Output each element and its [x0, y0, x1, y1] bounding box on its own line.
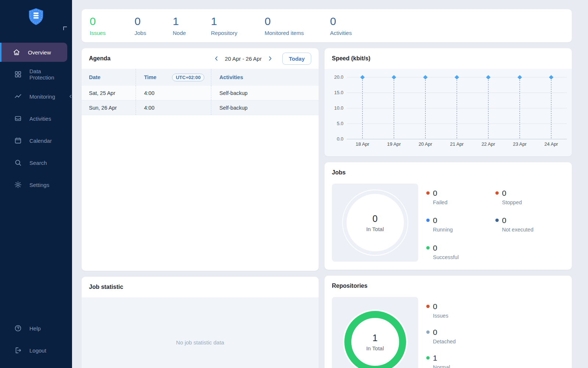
sidebar-footer-nav: Help Logout [0, 319, 72, 360]
shield-list-logo-icon [28, 7, 44, 26]
sidebar-collapse-icon[interactable] [63, 26, 67, 30]
stat-value: 1 [211, 15, 265, 27]
legend-label: Detached [433, 339, 456, 344]
agenda-table-header: Date Time UTC+02:00 Activities [82, 69, 319, 86]
stat-monitored-items[interactable]: 0 Monitored items [265, 15, 330, 36]
stat-node[interactable]: 1 Node [173, 15, 211, 36]
svg-text:20.0: 20.0 [334, 75, 343, 80]
jobs-title: Jobs [332, 169, 345, 176]
agenda-row-time: 4:00 [136, 86, 211, 100]
sidebar-item-help[interactable]: Help [0, 319, 67, 338]
agenda-row: Sat, 25 Apr 4:00 Self-backup [82, 86, 319, 100]
monitoring-icon [14, 92, 22, 100]
sidebar-item-settings[interactable]: Settings [0, 175, 67, 194]
sidebar-item-logout[interactable]: Logout [0, 341, 67, 360]
sidebar-item-monitoring[interactable]: Monitoring [0, 87, 67, 106]
legend-dot-icon [495, 219, 499, 222]
sidebar-item-calendar[interactable]: Calendar [0, 131, 67, 150]
legend-value: 0 [433, 244, 495, 252]
sidebar-item-data-protection[interactable]: Data Protection [0, 65, 67, 84]
svg-text:0.0: 0.0 [337, 137, 343, 142]
legend-value: 1 [433, 354, 456, 362]
chevron-right-icon [267, 55, 273, 62]
agenda-card: Agenda 20 Apr - 26 Apr Today [82, 48, 319, 271]
sidebar-item-activities[interactable]: Activities [0, 109, 67, 128]
stat-label: Jobs [135, 30, 173, 36]
legend-dot-icon [426, 305, 430, 308]
svg-text:15.0: 15.0 [334, 91, 343, 96]
legend-item-stopped: 0 Stopped [495, 189, 564, 207]
agenda-next-week-button[interactable] [265, 54, 275, 63]
legend-item-failed: 0 Failed [426, 189, 495, 207]
svg-text:20 Apr: 20 Apr [419, 142, 432, 147]
jobs-total-value: 0 [373, 213, 378, 224]
sidebar-item-label: Activities [29, 116, 51, 122]
legend-value: 0 [433, 216, 495, 225]
agenda-date-range: 20 Apr - 26 Apr [225, 56, 262, 62]
sidebar-nav: Overview Data Protection Monitoring Acti… [0, 43, 72, 194]
repositories-total-value: 1 [373, 333, 378, 343]
legend-dot-icon [495, 191, 499, 195]
speed-line-chart: 0.05.010.015.020.018 Apr19 Apr20 Apr21 A… [325, 69, 572, 156]
svg-text:23 Apr: 23 Apr [513, 142, 527, 147]
repositories-donut-panel: 1 In Total [332, 297, 418, 368]
stat-label: Activities [330, 30, 374, 36]
legend-value: 0 [433, 328, 456, 337]
jobs-donut-panel: 0 In Total [332, 184, 418, 262]
legend-item-normal: 1 Normal [426, 354, 456, 368]
legend-label: Stopped [502, 199, 564, 205]
sidebar-item-label: Help [29, 325, 41, 332]
stat-label: Issues [90, 30, 135, 36]
stat-jobs[interactable]: 0 Jobs [135, 15, 173, 36]
agenda-table: Date Time UTC+02:00 Activities Sat, 25 A… [82, 69, 319, 115]
agenda-prev-week-button[interactable] [212, 54, 221, 63]
legend-label: Successful [433, 254, 495, 260]
agenda-row-time: 4:00 [136, 100, 211, 115]
speed-chart-title: Speed (kbit/s) [332, 55, 370, 62]
legend-label: Running [433, 227, 495, 233]
legend-label: Normal [433, 364, 456, 368]
time-header-label: Time [144, 74, 157, 80]
stat-label: Node [173, 30, 211, 36]
legend-dot-icon [426, 356, 430, 360]
legend-value: 0 [433, 302, 456, 311]
legend-item-detached: 0 Detached [426, 328, 456, 344]
svg-text:22 Apr: 22 Apr [481, 142, 495, 147]
sidebar-item-search[interactable]: Search [0, 153, 67, 172]
job-statistic-empty-text: No job statistic data [176, 339, 224, 346]
stat-issues[interactable]: 0 Issues [90, 15, 135, 36]
speed-chart-card: Speed (kbit/s) 0.05.010.015.020.018 Apr1… [325, 48, 572, 156]
app-root: Overview Data Protection Monitoring Acti… [0, 0, 588, 368]
agenda-title: Agenda [89, 55, 111, 62]
sidebar-item-label: Data Protection [29, 68, 67, 81]
stat-label: Repository [211, 30, 265, 36]
agenda-controls: 20 Apr - 26 Apr Today [212, 53, 311, 65]
stat-value: 0 [135, 15, 173, 27]
agenda-row-date: Sun, 26 Apr [82, 100, 136, 115]
legend-value: 0 [502, 216, 564, 225]
legend-dot-icon [426, 330, 430, 334]
legend-item-running: 0 Running [426, 216, 495, 234]
legend-value: 0 [433, 189, 495, 198]
chevron-left-icon[interactable] [68, 93, 74, 99]
repositories-donut-chart: 1 In Total [344, 311, 406, 368]
stat-value: 0 [265, 15, 330, 27]
today-button[interactable]: Today [282, 53, 311, 65]
column-header-time: Time UTC+02:00 [136, 69, 211, 86]
jobs-card: Jobs 0 In Total 0 Faile [325, 162, 572, 270]
app-logo [28, 7, 44, 26]
search-icon [14, 159, 22, 167]
help-icon [14, 324, 22, 332]
stat-repository[interactable]: 1 Repository [211, 15, 265, 36]
sidebar-item-overview[interactable]: Overview [0, 43, 67, 62]
sidebar-item-label: Settings [29, 182, 49, 188]
inbox-icon [14, 114, 22, 123]
jobs-legend: 0 Failed 0 Stopped 0 Running 0 Not execu… [426, 189, 564, 262]
legend-dot-icon [426, 191, 430, 195]
summary-stats-card: 0 Issues 0 Jobs 1 Node 1 Repository 0 Mo… [82, 9, 572, 42]
legend-label: Issues [433, 313, 456, 319]
gear-icon [14, 181, 22, 189]
legend-item-issues: 0 Issues [426, 302, 456, 319]
legend-value: 0 [502, 189, 564, 198]
stat-activities[interactable]: 0 Activities [330, 15, 374, 36]
